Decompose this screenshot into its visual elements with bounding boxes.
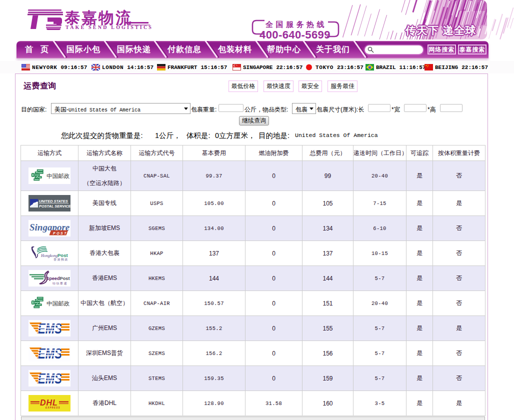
svg-text:中国邮政: 中国邮政 <box>46 300 70 306</box>
svg-text:中国邮政: 中国邮政 <box>46 173 70 179</box>
svg-text:DHL: DHL <box>40 398 58 407</box>
svg-text:特快專遞: 特快專遞 <box>52 282 68 286</box>
svg-text:EXPRESS: EXPRESS <box>46 406 60 409</box>
svg-text:EMS: EMS <box>38 346 62 361</box>
svg-text:POSTAL SERVICE ®: POSTAL SERVICE ® <box>39 204 70 208</box>
svg-text:POST: POST <box>53 232 68 235</box>
svg-text:EMS: EMS <box>38 320 62 336</box>
svg-text:香港郵政: 香港郵政 <box>54 258 68 262</box>
svg-text:Post: Post <box>58 252 68 258</box>
svg-text:Hongkong: Hongkong <box>40 254 58 258</box>
svg-text:UNITED STATES: UNITED STATES <box>39 199 68 204</box>
svg-text:EMS: EMS <box>38 370 62 386</box>
svg-text:SpeedPost: SpeedPost <box>46 276 70 281</box>
